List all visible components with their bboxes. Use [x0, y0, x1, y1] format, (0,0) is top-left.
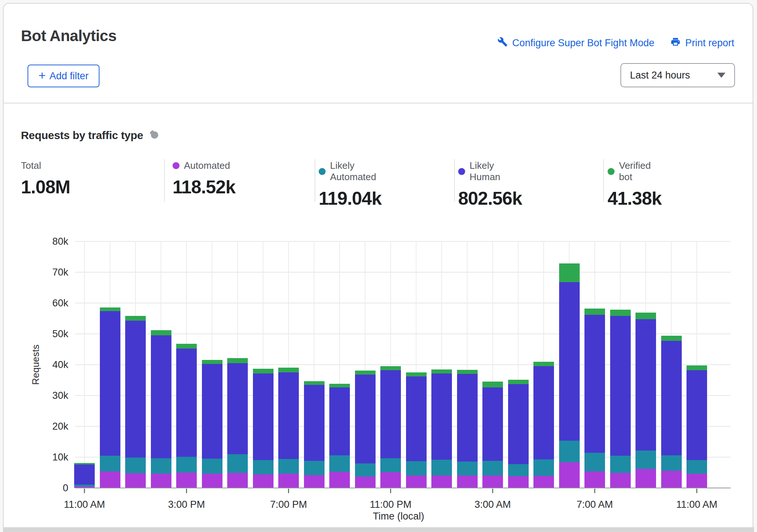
bar-segment-verified-bot[interactable]: [74, 463, 95, 464]
bar-segment-verified-bot[interactable]: [380, 366, 401, 370]
bar-segment-likely-human[interactable]: [533, 366, 554, 459]
bar-segment-automated[interactable]: [482, 475, 503, 488]
bar-segment-automated[interactable]: [584, 471, 605, 488]
bar-segment-likely-human[interactable]: [508, 384, 529, 464]
bar-segment-automated[interactable]: [304, 475, 325, 488]
bar-segment-verified-bot[interactable]: [584, 309, 605, 315]
bar-segment-likely-human[interactable]: [125, 321, 146, 458]
bar-segment-likely-automated[interactable]: [431, 460, 452, 476]
bar-segment-likely-human[interactable]: [202, 364, 222, 459]
bar-segment-verified-bot[interactable]: [457, 370, 478, 374]
bar-segment-likely-automated[interactable]: [457, 462, 478, 475]
bar-segment-likely-automated[interactable]: [227, 454, 248, 473]
bar-segment-automated[interactable]: [687, 474, 707, 488]
bar-segment-likely-automated[interactable]: [278, 459, 299, 474]
bar-segment-verified-bot[interactable]: [508, 380, 529, 384]
configure-super-bot-fight-mode-link[interactable]: Configure Super Bot Fight Mode: [497, 37, 654, 50]
bar-segment-likely-human[interactable]: [559, 282, 580, 441]
bar-segment-likely-human[interactable]: [457, 374, 478, 462]
bar-segment-automated[interactable]: [431, 475, 452, 488]
print-report-link[interactable]: Print report: [670, 37, 734, 50]
bar-segment-likely-automated[interactable]: [74, 485, 95, 487]
bar-segment-likely-human[interactable]: [304, 385, 325, 461]
bar-segment-verified-bot[interactable]: [125, 316, 146, 321]
bar-segment-automated[interactable]: [610, 473, 631, 488]
bar-segment-likely-automated[interactable]: [559, 441, 580, 462]
bar-segment-likely-human[interactable]: [610, 316, 631, 456]
bar-segment-likely-human[interactable]: [355, 375, 376, 463]
bar-segment-verified-bot[interactable]: [151, 330, 171, 335]
bar-segment-verified-bot[interactable]: [329, 384, 350, 387]
bar-segment-likely-automated[interactable]: [406, 461, 427, 475]
bar-segment-verified-bot[interactable]: [176, 344, 197, 349]
bar-segment-likely-automated[interactable]: [482, 461, 503, 475]
bar-segment-likely-automated[interactable]: [508, 464, 529, 476]
bar-segment-automated[interactable]: [635, 469, 656, 488]
bar-segment-automated[interactable]: [74, 487, 95, 488]
bar-segment-automated[interactable]: [125, 473, 146, 488]
bar-segment-automated[interactable]: [151, 474, 171, 488]
bar-segment-verified-bot[interactable]: [635, 313, 656, 319]
bar-segment-automated[interactable]: [406, 475, 427, 488]
bar-segment-automated[interactable]: [329, 472, 350, 488]
bar-segment-verified-bot[interactable]: [304, 381, 325, 385]
bar-segment-likely-human[interactable]: [661, 341, 682, 455]
bar-segment-verified-bot[interactable]: [559, 263, 580, 282]
bar-segment-verified-bot[interactable]: [610, 310, 631, 316]
bar-segment-likely-human[interactable]: [100, 311, 120, 456]
bar-segment-likely-automated[interactable]: [635, 451, 656, 469]
bar-segment-verified-bot[interactable]: [482, 382, 503, 387]
bar-segment-likely-human[interactable]: [687, 370, 707, 460]
bar-segment-likely-human[interactable]: [406, 376, 427, 461]
bar-segment-likely-automated[interactable]: [355, 463, 376, 477]
bar-segment-likely-human[interactable]: [482, 387, 503, 461]
bar-segment-likely-human[interactable]: [253, 374, 274, 460]
bar-segment-automated[interactable]: [100, 471, 120, 488]
time-range-select[interactable]: Last 24 hours: [620, 63, 735, 87]
bar-segment-likely-human[interactable]: [431, 374, 452, 459]
bar-segment-likely-automated[interactable]: [202, 459, 222, 473]
bar-segment-likely-human[interactable]: [329, 387, 350, 455]
bar-segment-automated[interactable]: [457, 475, 478, 488]
bar-segment-likely-human[interactable]: [151, 335, 171, 458]
bar-segment-automated[interactable]: [253, 474, 274, 488]
bar-segment-verified-bot[interactable]: [253, 369, 274, 374]
bar-segment-likely-human[interactable]: [380, 370, 401, 458]
bar-segment-automated[interactable]: [227, 473, 248, 488]
bar-segment-likely-automated[interactable]: [125, 458, 146, 473]
bar-segment-automated[interactable]: [355, 477, 376, 488]
bar-segment-likely-human[interactable]: [278, 372, 299, 459]
bar-segment-likely-automated[interactable]: [304, 461, 325, 475]
bar-segment-likely-human[interactable]: [176, 349, 197, 457]
bar-segment-likely-automated[interactable]: [661, 455, 682, 471]
bar-segment-verified-bot[interactable]: [431, 369, 452, 374]
bar-segment-verified-bot[interactable]: [661, 336, 682, 341]
bar-segment-likely-human[interactable]: [74, 464, 95, 485]
bar-segment-automated[interactable]: [202, 474, 222, 488]
add-filter-button[interactable]: + Add filter: [28, 65, 99, 87]
bar-segment-likely-automated[interactable]: [176, 457, 197, 473]
bar-segment-likely-automated[interactable]: [151, 458, 171, 474]
bar-segment-verified-bot[interactable]: [202, 360, 222, 364]
bar-segment-automated[interactable]: [176, 473, 197, 488]
bar-segment-verified-bot[interactable]: [278, 368, 299, 372]
bar-segment-automated[interactable]: [661, 471, 682, 488]
bar-segment-automated[interactable]: [559, 462, 580, 488]
bar-segment-likely-automated[interactable]: [584, 453, 605, 471]
bar-segment-verified-bot[interactable]: [100, 307, 120, 311]
bar-segment-likely-automated[interactable]: [100, 456, 120, 472]
bar-segment-verified-bot[interactable]: [355, 371, 376, 375]
bar-segment-likely-automated[interactable]: [329, 455, 350, 472]
bar-segment-automated[interactable]: [533, 476, 554, 488]
bar-segment-verified-bot[interactable]: [533, 362, 554, 366]
bar-segment-likely-automated[interactable]: [533, 459, 554, 476]
bar-segment-automated[interactable]: [278, 474, 299, 488]
bar-segment-likely-human[interactable]: [635, 319, 656, 451]
bar-segment-verified-bot[interactable]: [227, 358, 248, 363]
bar-segment-verified-bot[interactable]: [687, 365, 707, 370]
bar-segment-verified-bot[interactable]: [406, 372, 427, 376]
bar-segment-likely-automated[interactable]: [610, 456, 631, 473]
bar-segment-likely-human[interactable]: [227, 363, 248, 454]
bar-segment-likely-automated[interactable]: [380, 458, 401, 473]
bar-segment-automated[interactable]: [380, 472, 401, 488]
